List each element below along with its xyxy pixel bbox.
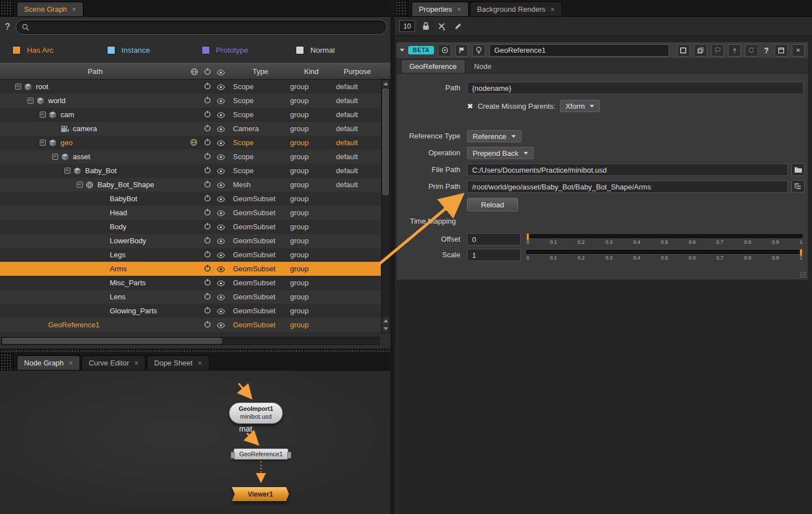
tree-row-GeoReference1[interactable]: GeoReference1GeomSubsetgroup bbox=[0, 318, 381, 332]
power-icon[interactable] bbox=[204, 237, 211, 246]
scroll-down-button[interactable] bbox=[382, 325, 389, 332]
float-panel-icon[interactable] bbox=[774, 44, 787, 57]
power-icon[interactable] bbox=[204, 307, 211, 316]
flag-icon[interactable] bbox=[455, 44, 468, 57]
tree-row-Head[interactable]: HeadGeomSubsetgroup bbox=[0, 206, 381, 220]
eye-icon[interactable] bbox=[217, 224, 225, 232]
collapse-toggle[interactable]: − bbox=[40, 140, 46, 146]
refresh-icon[interactable] bbox=[745, 44, 758, 57]
tree-vertical-scrollbar[interactable] bbox=[381, 80, 390, 333]
reload-button[interactable]: Reload bbox=[467, 198, 518, 211]
eye-icon[interactable] bbox=[217, 112, 225, 120]
frame-number-field[interactable]: 10 bbox=[399, 20, 415, 32]
collapse-toggle[interactable]: − bbox=[77, 182, 83, 188]
tree-row-Baby_Bot_Shape[interactable]: −Baby_Bot_ShapeMeshgroupdefault bbox=[0, 178, 381, 192]
scenegraph-picker-icon[interactable] bbox=[791, 180, 805, 193]
eye-icon[interactable] bbox=[217, 238, 225, 246]
power-icon[interactable] bbox=[204, 209, 211, 217]
column-header-path[interactable]: Path bbox=[0, 63, 190, 80]
eye-icon[interactable] bbox=[217, 154, 225, 162]
eye-icon[interactable] bbox=[217, 294, 225, 302]
node-georeference1[interactable]: GeoReference1 bbox=[234, 448, 288, 460]
tree-horizontal-scrollbar[interactable] bbox=[1, 337, 380, 345]
tree-row-Arms[interactable]: ArmsGeomSubsetgroup bbox=[0, 262, 381, 276]
collapse-toggle[interactable]: − bbox=[40, 112, 46, 118]
tab-curve-editor[interactable]: Curve Editor × bbox=[81, 355, 146, 370]
scale-slider[interactable]: 00.10.20.30.40.50.60.70.80.91 bbox=[526, 248, 802, 263]
eye-icon[interactable] bbox=[217, 308, 225, 316]
tab-dope-sheet[interactable]: Dope Sheet × bbox=[147, 355, 209, 370]
close-icon[interactable]: × bbox=[550, 6, 555, 13]
lightbulb-icon[interactable] bbox=[472, 44, 485, 57]
slider-track[interactable] bbox=[526, 234, 802, 238]
lock-icon[interactable] bbox=[420, 21, 431, 32]
search-box[interactable] bbox=[16, 20, 387, 35]
target-icon[interactable] bbox=[438, 44, 451, 57]
eye-icon[interactable] bbox=[217, 322, 225, 330]
power-icon[interactable] bbox=[204, 110, 211, 119]
node-name-field[interactable] bbox=[489, 44, 669, 57]
tree-row-Misc_Parts[interactable]: Misc_PartsGeomSubsetgroup bbox=[0, 276, 381, 290]
create-missing-parents-checkbox[interactable]: ✖ bbox=[467, 102, 473, 110]
power-icon[interactable] bbox=[204, 96, 211, 105]
prim-path-input[interactable] bbox=[467, 180, 788, 193]
horizontal-splitter[interactable] bbox=[0, 349, 390, 353]
chevron-down-icon[interactable] bbox=[400, 49, 404, 52]
scroll-up-button[interactable] bbox=[382, 80, 389, 87]
close-icon[interactable]: × bbox=[457, 6, 461, 13]
panel-grip[interactable] bbox=[0, 353, 13, 370]
file-path-input[interactable] bbox=[467, 164, 788, 176]
tree-row-Lens[interactable]: LensGeomSubsetgroup bbox=[0, 290, 381, 304]
tab-scene-graph[interactable]: Scene Graph × bbox=[17, 2, 83, 16]
scroll-up-button[interactable] bbox=[382, 317, 389, 325]
tree-row-asset[interactable]: −assetScopegroupdefault bbox=[0, 150, 381, 164]
vertical-splitter[interactable] bbox=[390, 0, 395, 514]
tree-row-world[interactable]: −worldScopegroupdefault bbox=[0, 94, 381, 108]
pin-icon[interactable] bbox=[728, 44, 741, 57]
node-geoimport1[interactable]: GeoImport1 minibot.usd bbox=[229, 402, 283, 424]
collapse-toggle[interactable]: − bbox=[52, 154, 58, 160]
reference-type-dropdown[interactable]: Reference bbox=[467, 130, 521, 142]
power-icon[interactable] bbox=[204, 124, 211, 133]
eye-icon[interactable] bbox=[217, 266, 225, 274]
tab-node[interactable]: Node bbox=[466, 59, 500, 73]
duplicate-view-icon[interactable] bbox=[694, 44, 707, 57]
collapse-toggle[interactable]: − bbox=[15, 84, 21, 90]
tree-row-geo[interactable]: −geoScopegroupdefault bbox=[0, 136, 381, 150]
power-icon[interactable] bbox=[204, 265, 211, 274]
tab-node-graph[interactable]: Node Graph × bbox=[17, 355, 80, 370]
create-missing-parents-dropdown[interactable]: Xform bbox=[560, 100, 600, 112]
power-icon[interactable] bbox=[204, 138, 211, 147]
power-icon[interactable] bbox=[204, 251, 211, 260]
folder-icon[interactable] bbox=[791, 163, 805, 176]
help-icon[interactable]: ? bbox=[3, 22, 12, 32]
clear-edits-icon[interactable] bbox=[436, 21, 447, 32]
eye-icon[interactable] bbox=[217, 196, 225, 204]
tree-row-Body[interactable]: BodyGeomSubsetgroup bbox=[0, 220, 381, 234]
power-icon[interactable] bbox=[204, 82, 211, 91]
power-icon[interactable] bbox=[204, 195, 211, 203]
tab-properties[interactable]: Properties × bbox=[412, 2, 469, 16]
column-header-type[interactable]: Type bbox=[233, 63, 288, 80]
power-icon[interactable] bbox=[204, 152, 211, 161]
tree-row-Glowing_Parts[interactable]: Glowing_PartsGeomSubsetgroup bbox=[0, 304, 381, 318]
eye-icon[interactable] bbox=[217, 182, 225, 190]
close-icon[interactable]: × bbox=[134, 359, 139, 367]
offset-slider[interactable]: 00.10.20.30.40.50.60.70.80.91 bbox=[526, 233, 802, 247]
scale-input[interactable] bbox=[467, 249, 521, 261]
collapse-toggle[interactable]: − bbox=[27, 98, 34, 104]
eye-icon[interactable] bbox=[217, 252, 225, 260]
eye-icon[interactable] bbox=[217, 69, 225, 77]
tree-row-Baby_Bot[interactable]: −Baby_BotScopegroupdefault bbox=[0, 164, 381, 178]
eye-icon[interactable] bbox=[217, 126, 225, 134]
globe-icon[interactable] bbox=[190, 68, 198, 77]
help-button[interactable]: ? bbox=[762, 46, 771, 55]
tab-background-renders[interactable]: Background Renders × bbox=[470, 2, 562, 16]
pencil-icon[interactable] bbox=[452, 21, 464, 32]
operation-dropdown[interactable]: Prepend Back bbox=[467, 147, 534, 159]
scrollbar-thumb[interactable] bbox=[2, 338, 222, 344]
tab-georeference[interactable]: GeoReference bbox=[401, 59, 465, 73]
panel-grip[interactable] bbox=[395, 0, 408, 16]
eye-icon[interactable] bbox=[217, 84, 225, 92]
power-icon[interactable] bbox=[204, 180, 211, 189]
